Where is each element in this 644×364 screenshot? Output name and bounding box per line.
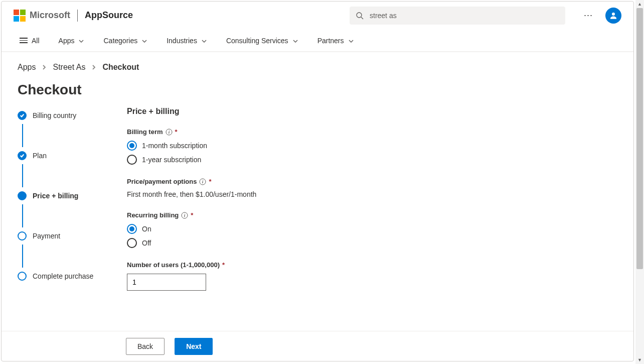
person-icon [609,11,618,20]
radio-selected-icon [127,224,137,234]
search-input[interactable] [369,11,559,20]
step-price-billing: Price + billing [18,189,118,202]
nav-industries[interactable]: Industries [167,37,207,45]
scroll-thumb[interactable] [636,8,643,269]
info-icon[interactable]: i [166,129,173,136]
info-icon[interactable]: i [199,178,206,185]
chevron-down-icon [78,38,84,44]
microsoft-logo-icon [14,10,26,22]
hamburger-icon [20,38,28,43]
svg-point-2 [612,13,615,16]
recurring-off[interactable]: Off [127,238,617,248]
number-of-users-input[interactable] [127,274,206,291]
checkout-stepper: Billing country Plan Price + billing Pay… [18,107,118,331]
stepper-connector [22,164,23,187]
breadcrumb: Apps Street As Checkout [2,52,633,76]
svg-text:i: i [202,179,204,184]
scroll-up-icon[interactable]: ▲ [637,0,642,8]
nav-partners-label: Partners [317,37,344,45]
stepper-connector [22,124,23,147]
nav-apps-label: Apps [59,37,75,45]
section-heading: Price + billing [127,107,617,116]
nav-all[interactable]: All [20,37,40,45]
billing-term-1-month[interactable]: 1-month subscription [127,141,617,151]
required-mark: * [191,211,193,219]
svg-text:i: i [168,130,170,135]
radio-label: On [142,225,151,233]
search-icon [356,12,364,20]
more-menu-button[interactable]: ··· [580,10,596,21]
radio-unselected-icon [127,238,137,248]
price-billing-form: Price + billing Billing term i * 1-month… [118,107,617,331]
required-mark: * [209,178,211,185]
open-circle-icon [18,272,27,281]
check-circle-icon [18,111,27,120]
radio-label: 1-month subscription [142,142,207,150]
search-box[interactable] [350,7,565,25]
next-button[interactable]: Next [175,338,213,355]
radio-unselected-icon [127,155,137,165]
stepper-connector [22,245,23,268]
radio-selected-icon [127,141,137,151]
page-title: Checkout [2,76,633,107]
check-circle-icon [18,151,27,160]
page-scrollbar[interactable]: ▲ ▼ [635,0,644,364]
appsource-brand[interactable]: AppSource [85,10,133,21]
nav-all-label: All [32,37,40,45]
chevron-right-icon [42,63,47,72]
nav-categories[interactable]: Categories [103,37,147,45]
step-label: Billing country [33,111,76,119]
chevron-down-icon [141,38,147,44]
step-label: Plan [33,152,47,160]
svg-point-0 [357,13,362,18]
nav-partners[interactable]: Partners [317,37,354,45]
nav-categories-label: Categories [103,37,137,45]
chevron-down-icon [201,38,207,44]
step-label: Price + billing [33,192,78,200]
step-label: Complete purchase [33,272,93,280]
recurring-billing-label: Recurring billing i * [127,211,617,219]
recurring-on[interactable]: On [127,224,617,234]
svg-line-1 [361,17,363,19]
scroll-down-icon[interactable]: ▼ [637,356,642,364]
scroll-track[interactable] [635,8,644,356]
step-label: Payment [33,232,60,240]
step-payment: Payment [18,229,118,242]
price-options-label: Price/payment options i * [127,178,617,185]
chevron-down-icon [292,38,298,44]
required-mark: * [175,128,178,136]
info-icon[interactable]: i [181,212,188,219]
price-options-text: First month free, then $1.00/user/1-mont… [127,190,617,198]
back-button[interactable]: Back [126,338,165,355]
step-plan[interactable]: Plan [18,149,118,162]
header-divider [77,10,78,22]
breadcrumb-apps[interactable]: Apps [18,63,36,72]
filled-circle-icon [18,191,27,200]
microsoft-wordmark: Microsoft [30,10,70,21]
billing-term-label: Billing term i * [127,128,617,136]
step-complete: Complete purchase [18,270,118,283]
radio-label: Off [142,239,151,247]
open-circle-icon [18,231,27,240]
required-mark: * [222,261,225,269]
nav-industries-label: Industries [167,37,197,45]
account-avatar-button[interactable] [605,8,621,24]
step-billing-country[interactable]: Billing country [18,109,118,122]
nav-consulting-label: Consulting Services [226,37,288,45]
chevron-down-icon [348,38,354,44]
breadcrumb-product[interactable]: Street As [53,63,85,72]
wizard-footer: Back Next [2,331,633,361]
nav-apps[interactable]: Apps [59,37,85,45]
billing-term-1-year[interactable]: 1-year subscription [127,155,617,165]
primary-nav: All Apps Categories Industries Consultin… [2,30,633,52]
app-header: Microsoft AppSource ··· [2,2,633,30]
stepper-connector [22,204,23,227]
svg-text:i: i [184,213,186,218]
nav-consulting[interactable]: Consulting Services [226,37,298,45]
breadcrumb-current: Checkout [102,63,139,72]
number-of-users-label: Number of users (1-1,000,000) * [127,261,617,269]
chevron-right-icon [91,63,96,72]
radio-label: 1-year subscription [142,156,201,164]
